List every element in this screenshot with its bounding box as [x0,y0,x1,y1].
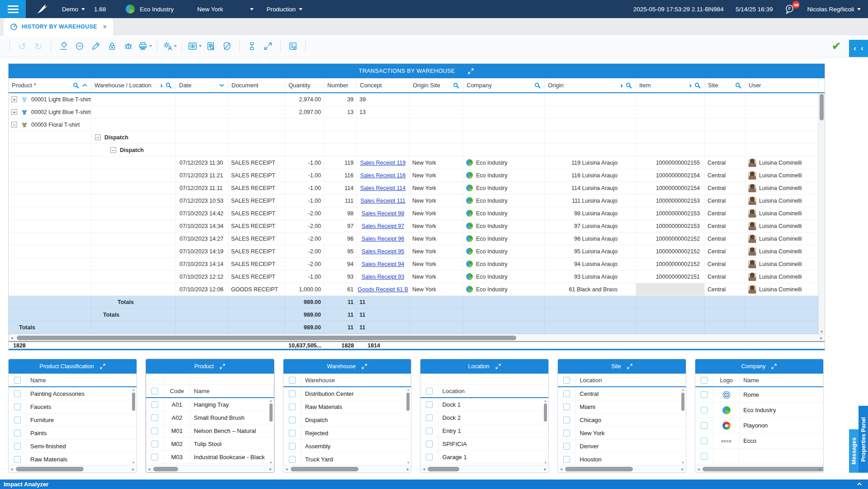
scrollbar-thumb[interactable] [291,467,359,471]
scroll-left-icon[interactable]: ◄ [9,465,15,473]
table-row[interactable]: 07/12/2023 11:11SALES RECEIPT-1.00114Sal… [9,182,825,195]
row-checkbox[interactable] [151,441,158,447]
concept-link[interactable]: Sales Receipt 111 [360,198,406,204]
scrollbar-thumb[interactable] [544,404,547,422]
scroll-left-icon[interactable]: ◄ [420,465,427,473]
concept-link[interactable]: Sales Receipt 116 [360,172,406,179]
row-checkbox[interactable] [289,417,296,423]
collapse-toggle[interactable]: − [11,122,17,128]
debug-button[interactable] [120,38,137,54]
panel-horizontal-scrollbar[interactable]: ◄► [558,465,686,472]
expand-icon[interactable] [495,363,501,370]
table-row[interactable]: 07/10/2023 14:42SALES RECEIPT-2.0098Sale… [9,207,825,220]
table-row[interactable]: +00002 Light Blue T-shirt2,097.001313 [9,106,825,119]
column-header-number[interactable]: Number [324,78,357,92]
confirm-check-icon[interactable]: ✔ [832,40,841,52]
search-icon[interactable] [165,82,172,89]
concept-link[interactable]: Sales Receipt 119 [360,160,406,166]
row-checkbox[interactable] [701,422,708,429]
table-row[interactable]: −00003 Floral T-shirt [9,119,825,131]
row-checkbox[interactable] [289,390,296,397]
row-checkbox[interactable] [563,404,570,410]
expand-icon[interactable] [771,363,777,370]
panel-horizontal-scrollbar[interactable]: ◄► [420,465,548,472]
list-item[interactable]: Central [558,387,686,400]
panel-horizontal-scrollbar[interactable]: ◄► [9,465,137,472]
table-row[interactable]: 07/10/2023 12:12SALES RECEIPT-1.0093Sale… [9,271,825,283]
column-header-date[interactable]: Date [176,78,228,92]
row-checkbox[interactable] [426,454,433,461]
row-checkbox[interactable] [701,391,708,398]
scroll-left-icon[interactable]: ◄ [9,334,15,342]
concept-link[interactable]: Sales Receipt 95 [362,248,405,255]
concept-link[interactable]: Sales Receipt 94 [362,261,405,267]
design-button[interactable] [88,38,104,54]
expand-button[interactable] [260,38,276,54]
panel-column-header[interactable]: Name [190,385,274,397]
row-checkbox[interactable] [701,437,708,444]
list-item[interactable]: M02Tulip Stool [146,437,274,451]
search-icon[interactable] [72,82,80,89]
scroll-right-icon[interactable]: ► [817,465,823,473]
table-row[interactable]: 07/10/2023 14:14SALES RECEIPT-2.0094Sale… [9,258,825,271]
panel-vertical-scrollbar[interactable]: ▲▼ [542,398,548,465]
row-checkbox[interactable] [563,443,570,450]
row-checkbox[interactable] [289,404,296,410]
row-checkbox[interactable] [14,390,21,397]
tab-history-by-warehouse[interactable]: HISTORY BY WAREHOUSE × [4,18,113,35]
panel-vertical-scrollbar[interactable]: ▲▼ [405,387,411,465]
table-row[interactable]: 07/12/2023 11:30SALES RECEIPT-1.00119Sal… [9,157,825,169]
row-checkbox[interactable] [14,404,21,410]
list-item[interactable]: Entry 1 [420,424,548,437]
column-header-company[interactable]: Company [463,78,545,92]
list-item[interactable]: Denver [558,440,686,453]
list-item[interactable]: Miami [558,400,686,413]
concept-link[interactable]: Sales Receipt 97 [362,223,405,229]
scroll-right-icon[interactable]: ► [130,465,137,473]
row-checkbox[interactable] [151,414,158,421]
row-checkbox[interactable] [563,390,570,397]
scrollbar-thumb[interactable] [428,467,459,471]
list-item[interactable]: A02Small Round Brush [146,411,274,424]
column-visibility-icon[interactable]: ◑ [159,82,163,89]
search-icon[interactable] [625,82,632,89]
row-checkbox[interactable] [426,427,433,434]
scrollbar-thumb[interactable] [820,94,824,120]
column-header-concept[interactable]: Concept [357,78,410,92]
table-row[interactable]: 07/10/2023 14:27SALES RECEIPT-2.0096Sale… [9,233,825,245]
panel-column-header[interactable]: Logo [713,374,740,386]
list-item[interactable]: Distribution Center [283,387,411,400]
row-checkbox[interactable] [426,401,433,408]
list-item[interactable]: M03Industrial Bookcase - Black [146,451,274,464]
row-checkbox[interactable] [14,456,21,463]
row-checkbox[interactable] [151,454,158,461]
tab-messages[interactable]: Messages [849,429,859,473]
list-item[interactable]: Assembly [283,440,411,453]
column-header-document[interactable]: Document [228,78,285,92]
list-item[interactable] [695,449,823,464]
search-icon[interactable] [534,82,541,89]
table-row[interactable]: 07/10/2023 14:19SALES RECEIPT-2.0095Sale… [9,245,825,258]
scroll-down-icon[interactable]: ▼ [131,461,137,464]
scroll-up-icon[interactable]: ▲ [131,388,137,391]
remove-circle-button[interactable] [71,38,88,54]
table-row[interactable]: −Dispatch [9,131,825,144]
list-item[interactable]: Semi-finished [9,440,137,453]
panel-column-header[interactable]: Name [27,374,137,386]
row-checkbox[interactable] [701,453,708,460]
table-row[interactable]: 07/10/2023 14:34SALES RECEIPT-2.0097Sale… [9,220,825,233]
column-header-product[interactable]: Product * [9,78,91,92]
list-item[interactable]: Eco Industry [695,403,823,418]
list-item[interactable]: Chicago [558,413,686,427]
scroll-up-icon[interactable]: ▲ [542,399,548,402]
scrollbar-thumb[interactable] [565,467,633,471]
sort-down-icon[interactable] [219,83,225,87]
list-item[interactable]: Rejected [283,427,411,440]
concept-link[interactable]: Sales Receipt 98 [362,210,405,217]
scroll-down-icon[interactable]: ▼ [405,461,411,464]
panel-column-header[interactable]: Code [164,385,190,397]
scroll-up-icon[interactable]: ▲ [405,388,411,391]
scroll-right-icon[interactable]: ► [405,465,411,473]
column-visibility-icon[interactable]: ◑ [619,82,623,89]
scrollbar-thumb[interactable] [681,393,684,411]
